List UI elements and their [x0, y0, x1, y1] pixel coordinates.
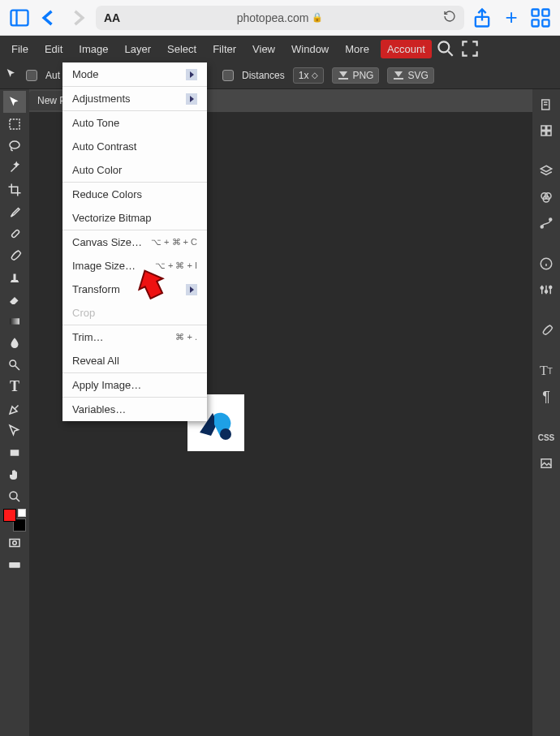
svg-line-8: [448, 51, 452, 55]
menu-view[interactable]: View: [244, 38, 283, 60]
menu-layer[interactable]: Layer: [117, 38, 160, 60]
blur-tool[interactable]: [3, 332, 26, 354]
zoom-value: 1x: [299, 70, 309, 81]
menu-item-adjustments[interactable]: Adjustments: [62, 87, 207, 110]
menu-item-crop: Crop: [62, 301, 207, 325]
menu-item-canvas-size[interactable]: Canvas Size… ⌥ + ⌘ + C: [62, 230, 207, 254]
history-panel-icon[interactable]: [536, 94, 557, 115]
brush-panel-icon[interactable]: [536, 320, 557, 341]
crop-tool[interactable]: [3, 179, 26, 200]
menu-item-auto-contrast[interactable]: Auto Contrast: [62, 135, 207, 158]
menu-item-auto-tone[interactable]: Auto Tone: [62, 111, 207, 135]
move-tool[interactable]: [3, 91, 26, 113]
image-menu-dropdown: Mode Adjustments Auto Tone Auto Contrast…: [62, 62, 207, 421]
svg-rect-22: [9, 562, 20, 568]
info-panel-icon[interactable]: [536, 253, 557, 274]
menu-item-image-size[interactable]: Image Size… ⌥ + ⌘ + I: [62, 254, 207, 278]
export-svg-button[interactable]: SVG: [387, 67, 433, 84]
character-panel-icon[interactable]: TT: [536, 360, 557, 381]
layers-panel-icon[interactable]: [536, 161, 557, 182]
swap-colors-icon[interactable]: [18, 509, 26, 517]
zoom-tool[interactable]: [3, 485, 26, 507]
paths-panel-icon[interactable]: [536, 213, 557, 234]
healing-tool[interactable]: [3, 222, 26, 244]
eyedropper-tool[interactable]: [3, 200, 26, 222]
text-size-button[interactable]: AA: [104, 11, 120, 24]
menu-edit[interactable]: Edit: [37, 38, 71, 60]
auto-select-checkbox[interactable]: [26, 70, 37, 81]
new-tab-button[interactable]: +: [500, 7, 523, 28]
hand-tool[interactable]: [3, 463, 26, 485]
keyboard-icon[interactable]: [3, 553, 26, 575]
svg-rect-10: [10, 119, 19, 129]
menu-item-vectorize[interactable]: Vectorize Bitmap: [62, 206, 207, 230]
move-tool-icon: [5, 67, 18, 83]
shape-tool[interactable]: [3, 441, 26, 463]
pen-tool[interactable]: [3, 398, 26, 420]
menu-filter[interactable]: Filter: [205, 38, 244, 60]
dodge-tool[interactable]: [3, 354, 26, 376]
brush-tool[interactable]: [3, 244, 26, 266]
address-bar[interactable]: AA photopea.com 🔒: [96, 6, 464, 30]
menu-item-label: Variables…: [72, 403, 126, 415]
svg-point-9: [220, 428, 231, 440]
export-png-button[interactable]: PNG: [332, 67, 379, 84]
share-button[interactable]: [471, 7, 493, 28]
svg-rect-24: [541, 126, 545, 130]
menu-item-label: Trim…: [72, 331, 104, 343]
svg-rect-5: [532, 19, 539, 26]
menu-item-mode[interactable]: Mode: [62, 62, 207, 86]
menu-item-auto-color[interactable]: Auto Color: [62, 158, 207, 182]
svg-point-31: [541, 226, 543, 228]
svg-rect-20: [10, 539, 19, 546]
menu-item-label: Reduce Colors: [72, 188, 142, 200]
image-panel-icon[interactable]: [536, 453, 557, 474]
distances-checkbox[interactable]: [222, 70, 234, 81]
gradient-tool[interactable]: [3, 310, 26, 332]
type-tool[interactable]: T: [3, 376, 26, 398]
lasso-tool[interactable]: [3, 135, 26, 157]
svg-line-16: [15, 365, 19, 369]
menu-item-label: Vectorize Bitmap: [72, 212, 152, 224]
color-swatches[interactable]: [2, 509, 27, 532]
menu-item-label: Auto Tone: [72, 117, 119, 129]
fullscreen-icon[interactable]: [459, 38, 480, 59]
menu-item-transform[interactable]: Transform: [62, 278, 207, 301]
swatches-panel-icon[interactable]: [536, 120, 557, 141]
adjustments-panel-icon[interactable]: [536, 279, 557, 300]
menu-window[interactable]: Window: [283, 38, 337, 60]
menu-account[interactable]: Account: [381, 40, 432, 58]
menu-more[interactable]: More: [337, 38, 377, 60]
path-select-tool[interactable]: [3, 420, 26, 441]
menu-select[interactable]: Select: [159, 38, 205, 60]
svg-point-7: [438, 41, 449, 52]
svg-point-41: [549, 286, 552, 289]
menu-image[interactable]: Image: [71, 38, 116, 60]
channels-panel-icon[interactable]: [536, 187, 557, 208]
marquee-tool[interactable]: [3, 113, 26, 135]
menu-item-reveal-all[interactable]: Reveal All: [62, 349, 207, 372]
reload-icon[interactable]: [443, 10, 456, 25]
svg-point-39: [541, 286, 543, 289]
menu-item-trim[interactable]: Trim… ⌘ + .: [62, 325, 207, 349]
clone-stamp-tool[interactable]: [3, 266, 26, 288]
menu-item-apply-image[interactable]: Apply Image…: [62, 373, 207, 397]
sidebar-toggle-icon[interactable]: [8, 7, 31, 28]
svg-point-15: [10, 360, 16, 367]
foreground-color[interactable]: [3, 509, 16, 522]
menu-file[interactable]: File: [3, 38, 37, 60]
menu-item-reduce-colors[interactable]: Reduce Colors: [62, 183, 207, 206]
css-panel-icon[interactable]: CSS: [536, 427, 557, 448]
menu-item-variables[interactable]: Variables…: [62, 398, 207, 421]
back-button[interactable]: [37, 7, 60, 28]
paragraph-panel-icon[interactable]: ¶: [536, 386, 557, 407]
magic-wand-tool[interactable]: [3, 157, 26, 179]
svg-rect-12: [11, 229, 20, 238]
quick-mask-icon[interactable]: [3, 532, 26, 553]
eraser-tool[interactable]: [3, 288, 26, 310]
search-icon[interactable]: [435, 38, 456, 59]
download-icon: [338, 71, 349, 80]
svg-point-21: [13, 540, 17, 544]
tabs-overview-button[interactable]: [529, 7, 552, 28]
zoom-selector[interactable]: 1x ◇: [293, 67, 325, 84]
